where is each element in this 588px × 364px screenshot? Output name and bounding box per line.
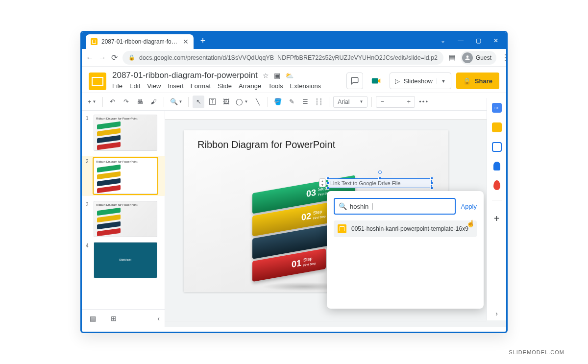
rotate-handle[interactable]: [378, 170, 382, 174]
slide-thumbnail-2[interactable]: Ribbon Diagram for PowerPoint: [94, 158, 157, 194]
search-icon: 🔍: [339, 202, 347, 210]
titlebar: 2087-01-ribbon-diagram-for-po ✕ + ⌄ — ▢ …: [82, 32, 506, 49]
hide-sidepanel-icon[interactable]: ›: [495, 310, 498, 317]
tab-title: 2087-01-ribbon-diagram-for-po: [101, 38, 179, 45]
print-button[interactable]: 🖶: [134, 96, 146, 108]
back-icon[interactable]: ←: [86, 53, 94, 62]
move-icon[interactable]: ▣: [274, 72, 280, 79]
slideshow-button[interactable]: ▷ Slideshow ▼: [390, 73, 451, 89]
font-size-decrease[interactable]: −: [376, 98, 388, 105]
line-tool[interactable]: ╲: [252, 96, 264, 108]
slides-file-icon: [338, 224, 346, 233]
border-color-button[interactable]: ✎: [286, 96, 297, 108]
indent-handle-icon[interactable]: ▲▼: [319, 178, 326, 187]
redo-button[interactable]: ↷: [121, 96, 132, 108]
menu-edit[interactable]: Edit: [129, 82, 140, 90]
slide-thumbnail-3[interactable]: Ribbon Diagram for PowerPoint: [94, 201, 157, 237]
cloud-status-icon[interactable]: ⛅: [285, 72, 294, 79]
selected-textbox[interactable]: Link Text to Google Drive File: [328, 178, 432, 188]
selection-handle[interactable]: [326, 177, 329, 180]
font-size-increase[interactable]: +: [403, 98, 415, 105]
more-tools-button[interactable]: •••: [417, 96, 431, 108]
selection-handle[interactable]: [378, 177, 381, 180]
reading-list-icon[interactable]: ▤: [448, 53, 456, 62]
contacts-icon[interactable]: [493, 162, 500, 170]
comments-button[interactable]: [346, 73, 363, 89]
omnibox[interactable]: 🔒 docs.google.com/presentation/d/1SsVVQd…: [122, 51, 443, 65]
kebab-menu-icon[interactable]: ⋮: [501, 53, 508, 62]
maps-icon[interactable]: [493, 180, 500, 190]
side-panel: + ›: [487, 98, 506, 320]
close-tab-icon[interactable]: ✕: [183, 38, 189, 46]
image-tool[interactable]: 🖼: [220, 96, 232, 108]
apply-link-button[interactable]: Apply: [461, 203, 477, 210]
close-window-icon[interactable]: ✕: [492, 37, 499, 44]
slide-thumbnail-1[interactable]: Ribbon Diagram for PowerPoint: [94, 115, 157, 151]
calendar-icon[interactable]: [492, 103, 502, 113]
link-search-value: hoshin: [350, 203, 368, 210]
minimize-icon[interactable]: —: [457, 37, 464, 44]
textbox-tool[interactable]: 🅃: [206, 96, 218, 108]
selection-handle[interactable]: [326, 187, 329, 190]
canvas-area[interactable]: Ribbon Diagram for PowerPoint 03StepFirs…: [165, 111, 506, 327]
font-size-stepper[interactable]: − +: [376, 96, 415, 108]
slideshow-dropdown-icon[interactable]: ▼: [437, 78, 446, 84]
menu-insert[interactable]: Insert: [168, 82, 184, 90]
menu-extensions[interactable]: Extensions: [290, 82, 321, 90]
slides-logo-icon[interactable]: [89, 73, 106, 90]
insert-link-popup: 🔍 hoshin Apply 0051-hoshin-kanri-powerpo…: [327, 191, 484, 309]
menu-tools[interactable]: Tools: [268, 82, 283, 90]
slide-heading[interactable]: Ribbon Diagram for PowerPoint: [184, 130, 448, 150]
slide-thumbnail-4[interactable]: SlideModel: [94, 242, 157, 278]
add-addon-button[interactable]: +: [494, 213, 500, 224]
slide-number: 2: [86, 158, 91, 194]
filmstrip-view-icon[interactable]: ▤: [90, 315, 96, 322]
document-title[interactable]: 2087-01-ribbon-diagram-for-powerpoint: [112, 71, 258, 80]
select-tool[interactable]: ↖: [193, 96, 204, 108]
border-weight-button[interactable]: ☰: [299, 96, 311, 108]
tasks-icon[interactable]: [492, 142, 502, 152]
filmstrip[interactable]: 1 Ribbon Diagram for PowerPoint 2 Ribbon…: [82, 111, 165, 309]
maximize-icon[interactable]: ▢: [475, 37, 482, 44]
profile-button[interactable]: Guest: [461, 51, 496, 65]
selection-handle[interactable]: [326, 182, 329, 185]
filmstrip-footer: ▤ ⊞ ‹: [82, 309, 165, 327]
new-slide-button[interactable]: +▼: [86, 96, 98, 108]
document-header: 2087-01-ribbon-diagram-for-powerpoint ☆ …: [82, 67, 506, 93]
keep-icon[interactable]: [492, 122, 502, 132]
grid-view-icon[interactable]: ⊞: [111, 315, 117, 322]
zoom-button[interactable]: 🔍▼: [168, 96, 185, 108]
share-label: Share: [475, 77, 492, 85]
border-dash-button[interactable]: ┆┆: [313, 96, 325, 108]
new-tab-button[interactable]: +: [196, 34, 209, 47]
forward-icon[interactable]: →: [98, 53, 106, 62]
slideshow-label: Slideshow: [404, 77, 433, 85]
share-button[interactable]: 🔒 Share: [456, 73, 499, 89]
profile-label: Guest: [476, 54, 491, 61]
menu-view[interactable]: View: [147, 82, 161, 90]
font-family-select[interactable]: Arial▼: [333, 96, 368, 108]
selection-handle[interactable]: [430, 187, 433, 190]
lock-icon: 🔒: [128, 54, 135, 61]
menu-file[interactable]: File: [112, 82, 122, 90]
menu-slide[interactable]: Slide: [218, 82, 232, 90]
link-search-input[interactable]: 🔍 hoshin: [334, 198, 456, 215]
link-search-result[interactable]: 0051-hoshin-kanri-powerpoint-template-16…: [334, 220, 477, 237]
browser-tab[interactable]: 2087-01-ribbon-diagram-for-po ✕: [86, 34, 194, 49]
paint-format-button[interactable]: 🖌: [148, 96, 160, 108]
chevron-down-icon[interactable]: ⌄: [440, 37, 446, 44]
window-controls: ⌄ — ▢ ✕: [440, 37, 506, 44]
slide-number: 3: [86, 201, 91, 237]
collapse-filmstrip-icon[interactable]: ‹: [157, 315, 160, 322]
menu-format[interactable]: Format: [191, 82, 211, 90]
selection-handle[interactable]: [430, 177, 433, 180]
undo-button[interactable]: ↶: [107, 96, 119, 108]
fill-color-button[interactable]: 🪣: [272, 96, 284, 108]
filmstrip-column: 1 Ribbon Diagram for PowerPoint 2 Ribbon…: [82, 111, 165, 327]
selection-handle[interactable]: [430, 182, 433, 185]
star-icon[interactable]: ☆: [263, 72, 269, 79]
shape-tool[interactable]: ◯▼: [234, 96, 250, 108]
menu-arrange[interactable]: Arrange: [239, 82, 261, 90]
meet-button[interactable]: [368, 73, 385, 89]
reload-icon[interactable]: ⟳: [111, 53, 118, 62]
